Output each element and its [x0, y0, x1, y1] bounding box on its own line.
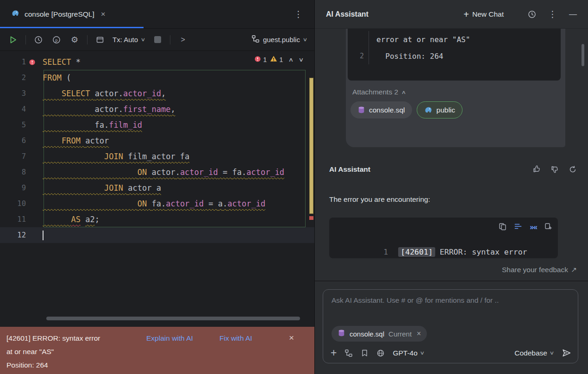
create-file-icon[interactable]: [544, 223, 552, 232]
context-chip[interactable]: console.sql Current ×: [332, 326, 427, 342]
editor-line[interactable]: 10 ON fa.actor_id = a.actor_id: [0, 196, 314, 212]
explain-with-ai-link[interactable]: Explain with AI: [146, 334, 193, 343]
query-history-icon[interactable]: [33, 34, 44, 45]
inspections-widget[interactable]: 1 1 ∧ ∨: [254, 55, 303, 64]
editor-line[interactable]: 6 FROM actor: [0, 133, 314, 149]
line-number: 3: [12, 89, 26, 98]
editor-tab-bar: console [PostgreSQL] × ⋮: [0, 0, 314, 29]
gutter-icon-slot: [29, 106, 37, 113]
gutter-icon-slot: [29, 168, 37, 176]
panel-title: AI Assistant: [326, 10, 369, 19]
editor-line[interactable]: 9 JOIN actor a: [0, 180, 314, 196]
postgresql-icon: [11, 9, 20, 19]
line-number: 9: [12, 184, 26, 192]
user-code-line: error at or near "AS": [348, 31, 561, 48]
warning-count: 1: [270, 55, 283, 64]
gutter-icon-slot: [29, 90, 37, 97]
add-context-icon[interactable]: +: [331, 348, 337, 358]
collapse-icon[interactable]: »«: [530, 223, 537, 231]
editor-line[interactable]: 4 actor.first_name,: [0, 101, 314, 117]
stop-button[interactable]: [152, 34, 163, 45]
code-text: JOIN film_actor fa: [43, 149, 189, 164]
chevron-down-icon: ∨: [550, 350, 555, 356]
minimize-icon[interactable]: —: [569, 10, 577, 19]
editor-line[interactable]: 11 AS a2;: [0, 212, 314, 227]
editor-line[interactable]: 3 SELECT actor.actor_id,: [0, 86, 314, 101]
send-icon[interactable]: [562, 348, 571, 358]
execute-in-pager-icon[interactable]: p: [51, 34, 62, 45]
tx-mode-selector[interactable]: Tx: Auto ∨: [113, 36, 145, 44]
model-selector[interactable]: GPT-4o ∨: [393, 349, 424, 357]
editor-line[interactable]: 2FROM (: [0, 70, 314, 86]
chevron-down-icon: ∨: [419, 350, 425, 356]
next-issue-icon[interactable]: ∨: [299, 56, 304, 63]
prev-issue-icon[interactable]: ∧: [288, 56, 294, 63]
regenerate-icon[interactable]: [569, 165, 577, 174]
line-number: 5: [12, 121, 26, 129]
attachment-chip-public[interactable]: public: [417, 101, 463, 118]
editor-line[interactable]: 5 fa.film_id: [0, 117, 314, 133]
input-toolbar: + GPT-4o ∨ Codebase ∨: [331, 348, 571, 358]
panel-options-kebab-icon[interactable]: ⋮: [548, 9, 557, 19]
external-link-icon: ↗: [571, 266, 577, 274]
close-error-panel-icon[interactable]: ×: [289, 333, 294, 343]
line-number: 10: [12, 199, 26, 208]
in-editor-results-icon[interactable]: [94, 34, 106, 45]
user-code-lines: error at or near "AS"2 Position: 264: [348, 31, 561, 64]
chat-input-container: Ask AI Assistant. Use # or @ for mention…: [323, 289, 578, 363]
run-button[interactable]: [7, 34, 19, 45]
stop-icon: [154, 36, 161, 43]
attachments-row: console.sqlpublic: [350, 101, 565, 118]
attachment-chip-console-sql[interactable]: console.sql: [350, 101, 412, 118]
codebase-selector[interactable]: Codebase ∨: [514, 349, 554, 357]
gutter-icon-slot: [29, 137, 37, 144]
code-text: JOIN actor a: [43, 180, 161, 196]
jump-to-next-icon[interactable]: >: [177, 34, 188, 45]
line-number: 7: [12, 152, 26, 161]
error-message-line3: Position: 264: [6, 361, 48, 369]
code-block-actions: »«: [499, 222, 552, 232]
code-text: Position: 264: [369, 52, 444, 61]
insert-snippet-icon[interactable]: [514, 222, 522, 232]
line-number: 6: [12, 137, 26, 145]
code-text: actor.first_name,: [43, 101, 175, 117]
chat-scrollbar[interactable]: [582, 44, 584, 66]
fix-with-ai-link[interactable]: Fix with AI: [219, 334, 252, 343]
gutter-icon-slot: [29, 200, 37, 207]
schema-selector[interactable]: guest.public ∨: [251, 35, 307, 44]
tab-options-kebab-icon[interactable]: ⋮: [294, 9, 303, 19]
tab-close-icon[interactable]: ×: [101, 10, 106, 19]
chat-input[interactable]: Ask AI Assistant. Use # or @ for mention…: [332, 296, 569, 305]
chat-history-icon[interactable]: [528, 10, 536, 19]
share-feedback-link[interactable]: Share your feedback ↗: [502, 266, 577, 274]
code-text: FROM (: [43, 70, 71, 86]
gutter: 1: [0, 58, 43, 66]
attachments-toggle[interactable]: Attachments 2 ∧: [352, 88, 565, 96]
tab-title: console [PostgreSQL]: [25, 10, 94, 19]
gutter: 12: [0, 231, 43, 239]
tab-console-postgresql[interactable]: console [PostgreSQL] ×: [0, 0, 144, 28]
toolbar-separator: [170, 35, 170, 44]
sql-editor[interactable]: 1SELECT *2FROM (3 SELECT actor.actor_id,…: [0, 51, 314, 327]
copy-icon[interactable]: [499, 223, 507, 232]
horizontal-scrollbar[interactable]: [46, 317, 300, 320]
user-message-bubble: error at or near "AS"2 Position: 264 Att…: [346, 29, 565, 147]
prompt-library-icon[interactable]: [361, 349, 369, 357]
code-text: ERROR: syntax error: [435, 248, 527, 256]
line-number: 11: [12, 215, 26, 224]
editor-line[interactable]: 8 ON actor.actor_id = fa.actor_id: [0, 164, 314, 180]
editor-line[interactable]: 7 JOIN film_actor fa: [0, 149, 314, 164]
editor-line[interactable]: 12: [0, 227, 314, 243]
attach-schema-icon[interactable]: [344, 349, 353, 357]
code-text: error at or near "AS": [369, 35, 470, 44]
code-text: fa.film_id: [43, 117, 142, 133]
editor-pane: console [PostgreSQL] × ⋮ p ⚙ Tx: Auto ∨ …: [0, 0, 315, 374]
gutter: 8: [0, 168, 43, 176]
settings-gear-icon[interactable]: ⚙: [69, 34, 80, 45]
web-search-icon[interactable]: [376, 349, 385, 357]
thumbs-up-icon[interactable]: [532, 165, 541, 174]
inspection-stripe[interactable]: [308, 51, 314, 327]
thumbs-down-icon[interactable]: [550, 165, 559, 174]
new-chat-button[interactable]: + New Chat: [463, 10, 504, 19]
remove-context-icon[interactable]: ×: [417, 330, 421, 338]
